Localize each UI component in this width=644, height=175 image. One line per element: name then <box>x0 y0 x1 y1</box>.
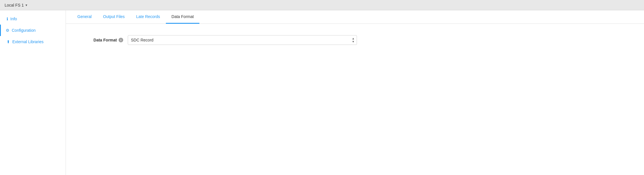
sidebar-item-info[interactable]: ℹ Info <box>0 13 66 25</box>
tab-data-format[interactable]: Data Format <box>166 10 200 24</box>
header-bar: Local FS 1 ▾ <box>0 0 644 10</box>
sidebar-item-configuration-label: Configuration <box>12 28 36 33</box>
sidebar-item-info-label: Info <box>10 17 17 21</box>
info-icon: ℹ <box>7 17 8 21</box>
tab-general-label: General <box>77 14 92 19</box>
title-dropdown-arrow: ▾ <box>25 3 27 7</box>
tab-late-records-label: Late Records <box>136 14 160 19</box>
content-panel: General Output Files Late Records Data F… <box>66 10 644 175</box>
app-title[interactable]: Local FS 1 ▾ <box>5 3 27 7</box>
tab-output-files[interactable]: Output Files <box>97 10 130 24</box>
sidebar-item-configuration[interactable]: ⚙ Configuration <box>0 25 66 36</box>
data-format-label: Data Format i <box>77 38 123 42</box>
upload-icon: ⬆ <box>7 39 10 44</box>
data-format-info-icon[interactable]: i <box>119 38 123 42</box>
sidebar-item-external-libraries-label: External Libraries <box>12 39 44 44</box>
app-title-text: Local FS 1 <box>5 3 24 7</box>
main-content: ℹ Info ⚙ Configuration ⬆ External Librar… <box>0 10 644 175</box>
data-format-select-wrapper: SDC Record Avro Binary Delimited JSON Pr… <box>128 35 357 45</box>
gear-icon: ⚙ <box>6 28 9 33</box>
data-format-select[interactable]: SDC Record Avro Binary Delimited JSON Pr… <box>128 35 357 45</box>
form-area: Data Format i SDC Record Avro Binary Del… <box>66 24 644 56</box>
tab-general[interactable]: General <box>72 10 97 24</box>
sidebar: ℹ Info ⚙ Configuration ⬆ External Librar… <box>0 10 66 175</box>
tab-data-format-label: Data Format <box>172 14 194 19</box>
tab-late-records[interactable]: Late Records <box>130 10 166 24</box>
data-format-row: Data Format i SDC Record Avro Binary Del… <box>77 35 633 45</box>
tabs-bar: General Output Files Late Records Data F… <box>66 10 644 24</box>
tab-output-files-label: Output Files <box>103 14 125 19</box>
data-format-label-text: Data Format <box>93 38 117 42</box>
sidebar-item-external-libraries[interactable]: ⬆ External Libraries <box>0 36 66 47</box>
